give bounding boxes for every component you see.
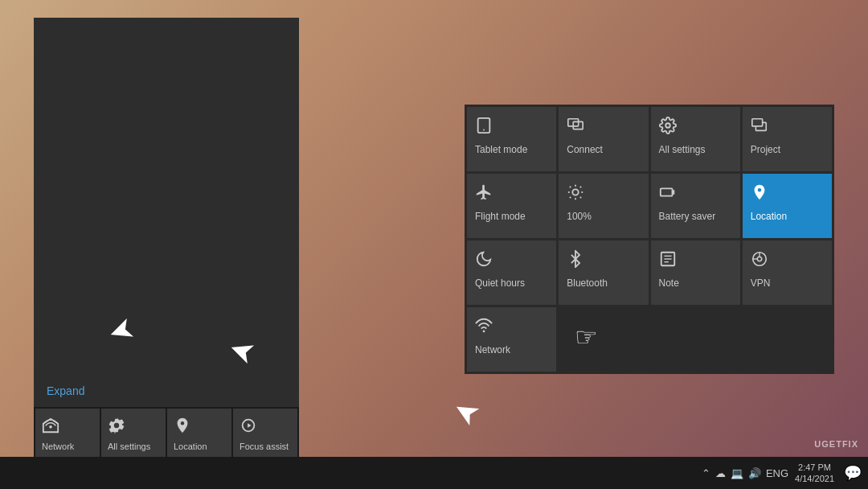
q-tile-bluetooth[interactable]: Bluetooth xyxy=(559,240,648,305)
empty-tile-3 xyxy=(743,307,832,372)
quick-tile-network-label: Network xyxy=(42,442,74,452)
chevron-up-icon[interactable]: ⌃ xyxy=(702,467,710,479)
svg-line-14 xyxy=(580,187,581,187)
q-tile-project-label: Project xyxy=(751,144,780,155)
empty-tile-2 xyxy=(651,307,740,372)
svg-rect-5 xyxy=(752,119,763,126)
quick-panel-expanded: Tablet mode Connect All settings Project xyxy=(465,105,834,374)
location-icon xyxy=(174,417,191,438)
q-tile-tablet-mode[interactable]: Tablet mode xyxy=(467,107,556,171)
taskbar-clock[interactable]: 2:47 PM 4/14/2021 xyxy=(795,462,834,485)
q-tile-tablet-mode-label: Tablet mode xyxy=(475,144,527,155)
q-tile-network-bottom[interactable]: Network xyxy=(467,307,556,372)
bluetooth-icon xyxy=(567,250,584,273)
q-tile-brightness[interactable]: 100% xyxy=(559,174,648,238)
location-r-icon xyxy=(751,183,768,206)
q-tile-network-bottom-label: Network xyxy=(475,344,510,355)
network-r-icon xyxy=(475,317,493,339)
flight-mode-icon xyxy=(475,183,493,206)
q-tile-connect-label: Connect xyxy=(567,144,603,155)
action-center-panel: ➤ Expand Network All settings Location xyxy=(34,18,299,468)
quiet-hours-icon xyxy=(475,250,493,273)
focus-icon xyxy=(240,417,257,438)
svg-line-10 xyxy=(580,197,581,198)
vpn-icon xyxy=(751,250,768,273)
quick-tile-location-label: Location xyxy=(174,442,207,452)
cloud-icon: ☁ xyxy=(715,467,726,479)
q-tile-note-label: Note xyxy=(659,277,679,289)
svg-point-23 xyxy=(483,331,485,333)
project-icon xyxy=(751,117,768,139)
network-taskbar-icon[interactable]: 💻 xyxy=(731,467,743,479)
q-tile-project[interactable]: Project xyxy=(743,107,832,171)
q-tile-flight-mode[interactable]: Flight mode xyxy=(467,174,556,238)
svg-point-4 xyxy=(665,123,670,128)
hand-cursor-annotation: ☞ xyxy=(575,322,598,352)
empty-tile-1 xyxy=(559,307,648,372)
panel-annotation-arrow: ➤ xyxy=(447,390,487,434)
brightness-icon xyxy=(567,183,584,206)
q-tile-all-settings[interactable]: All settings xyxy=(651,107,740,171)
q-tile-vpn-label: VPN xyxy=(751,277,771,289)
battery-saver-icon xyxy=(659,183,677,206)
svg-line-9 xyxy=(570,187,571,187)
quick-tile-focus-label: Focus assist xyxy=(240,442,289,452)
q-tile-quiet-hours-label: Quiet hours xyxy=(475,277,525,289)
svg-line-13 xyxy=(570,197,571,198)
q-tile-note[interactable]: Note xyxy=(651,240,740,305)
taskbar-time: 2:47 PM xyxy=(798,462,831,473)
expand-button[interactable]: Expand xyxy=(47,384,84,397)
network-icon xyxy=(42,417,59,438)
tablet-mode-icon xyxy=(475,117,493,139)
taskbar-date: 4/14/2021 xyxy=(795,473,834,484)
q-tile-location[interactable]: Location xyxy=(743,174,832,238)
connect-icon xyxy=(567,117,584,139)
q-tile-quiet-hours[interactable]: Quiet hours xyxy=(467,240,556,305)
quick-tile-settings-label: All settings xyxy=(108,442,150,452)
expand-section: ➤ Expand xyxy=(34,375,299,407)
q-tile-flight-mode-label: Flight mode xyxy=(475,211,526,222)
q-tile-bluetooth-label: Bluetooth xyxy=(567,277,608,289)
q-tile-battery-saver[interactable]: Battery saver xyxy=(651,174,740,238)
q-tile-brightness-label: 100% xyxy=(567,211,592,222)
q-tile-connect[interactable]: Connect xyxy=(559,107,648,171)
taskbar: ⌃ ☁ 💻 🔊 ENG 2:47 PM 4/14/2021 💬 xyxy=(0,457,868,489)
svg-rect-0 xyxy=(478,118,490,133)
volume-icon[interactable]: 🔊 xyxy=(748,467,761,479)
q-tile-vpn[interactable]: VPN xyxy=(743,240,832,305)
note-icon xyxy=(659,250,677,273)
all-settings-icon xyxy=(659,117,677,139)
svg-point-20 xyxy=(757,257,762,261)
quick-grid: Tablet mode Connect All settings Project xyxy=(467,107,832,372)
expand-arrow-annotation: ➤ xyxy=(223,331,260,373)
language-indicator[interactable]: ENG xyxy=(766,467,788,479)
notification-icon[interactable]: 💬 xyxy=(844,464,862,482)
watermark: UGETFIX xyxy=(814,439,858,449)
q-tile-location-label: Location xyxy=(751,211,787,222)
q-tile-battery-saver-label: Battery saver xyxy=(659,211,716,222)
q-tile-all-settings-label: All settings xyxy=(659,144,706,155)
settings-icon xyxy=(108,417,125,438)
taskbar-system-icons: ⌃ ☁ 💻 🔊 ENG xyxy=(702,467,788,479)
svg-point-6 xyxy=(573,189,579,195)
